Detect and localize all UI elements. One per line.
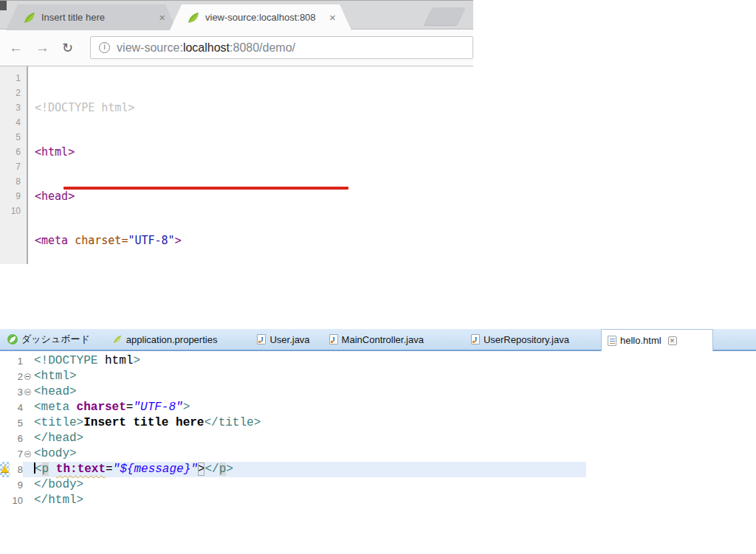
- tab-close-button[interactable]: ✕: [668, 336, 677, 345]
- editor-tab-label: ダッシュボード: [21, 333, 90, 346]
- line-number: 3: [10, 384, 23, 400]
- line-number: 8: [0, 174, 21, 189]
- editor-tab-label: MainController.java: [342, 334, 424, 345]
- line-number: 10: [10, 493, 23, 508]
- line-number: 7: [10, 446, 23, 462]
- code-line: 9 </body>: [0, 477, 756, 493]
- reload-button[interactable]: ↻: [62, 41, 73, 55]
- line-number: 4: [0, 115, 21, 130]
- code-line: 5 <title>Insert title here</title>: [0, 415, 756, 431]
- editor-tab-maincontroller-java[interactable]: J MainController.java: [323, 329, 430, 350]
- source-line-numbers: 1 2 3 4 5 6 7 8 9 10: [0, 66, 28, 264]
- code-line: 10 </html>: [0, 493, 756, 508]
- spring-dashboard-icon: [7, 334, 18, 344]
- line-number: 2: [10, 369, 23, 384]
- tab-title: view-source:localhost:808: [205, 12, 322, 23]
- thymeleaf-attribute: th:text: [56, 463, 106, 476]
- browser-window: Insert title here × view-source:localhos…: [0, 0, 473, 265]
- line-number: 1: [10, 353, 23, 369]
- url-path: :8080/demo/: [230, 41, 295, 54]
- editor-tab-dashboard[interactable]: ダッシュボード: [1, 329, 96, 350]
- editor-tab-application-properties[interactable]: application.properties: [106, 329, 224, 350]
- source-code: <!DOCTYPE html> <html> <head> <meta char…: [28, 66, 473, 264]
- view-source-area: 1 2 3 4 5 6 7 8 9 10 <!DOCTYPE html> <ht…: [0, 66, 473, 264]
- fold-toggle-icon[interactable]: [24, 451, 31, 457]
- code-line: 4 <meta charset="UTF-8">: [0, 400, 756, 415]
- line-number: 5: [10, 415, 23, 431]
- code-line: 2 <html>: [0, 369, 756, 384]
- url-text: view-source:localhost:8080/demo/: [117, 41, 295, 55]
- code-editor[interactable]: 1 <!DOCTYPE html> 2 <html> 3 <head> 4 <m…: [0, 351, 756, 554]
- fold-toggle-icon[interactable]: [24, 373, 31, 380]
- url-host: localhost: [183, 41, 230, 54]
- browser-toolbar: ← → ↻ i view-source:localhost:8080/demo/: [0, 30, 473, 66]
- java-file-icon: J: [257, 334, 266, 344]
- code-line: 7 <body>: [0, 446, 756, 462]
- line-number: 9: [10, 477, 23, 493]
- url-scheme: view-source:: [117, 41, 183, 54]
- page-info-icon[interactable]: i: [99, 42, 110, 53]
- editor-tab-label: User.java: [269, 334, 309, 345]
- line-number: 8: [10, 462, 23, 477]
- code-line: 3 <head>: [0, 384, 756, 400]
- editor-tab-userrepository-java[interactable]: J UserRepository.java: [465, 329, 575, 350]
- tab-close-button[interactable]: ×: [328, 12, 337, 23]
- line-number: 1: [0, 71, 21, 86]
- forward-button[interactable]: →: [35, 41, 49, 55]
- tab-title: Insert title here: [41, 12, 151, 23]
- source-line: <meta charset="UTF-8">: [35, 233, 473, 248]
- properties-leaf-icon: [112, 334, 123, 344]
- html-file-icon: [608, 336, 616, 346]
- line-number: 5: [0, 130, 21, 145]
- line-number: 7: [0, 159, 21, 174]
- source-line: <head>: [35, 189, 473, 204]
- code-line-current: 8 <p th:text="${message}"></p>: [0, 462, 756, 477]
- spring-leaf-favicon-icon: [24, 12, 35, 24]
- browser-tab-insert-title[interactable]: Insert title here ×: [6, 4, 177, 30]
- eclipse-editor-region: ダッシュボード application.properties J User.ja…: [0, 329, 756, 554]
- new-tab-button[interactable]: [424, 7, 466, 25]
- tab-close-button[interactable]: ×: [157, 12, 167, 23]
- editor-tab-user-java[interactable]: J User.java: [251, 329, 315, 350]
- source-line: <!DOCTYPE html>: [35, 100, 473, 115]
- java-file-icon: J: [329, 334, 338, 344]
- java-file-icon: J: [471, 334, 480, 344]
- browser-tab-strip: Insert title here × view-source:localhos…: [0, 0, 473, 30]
- code-line: 6 </head>: [0, 431, 756, 446]
- address-bar[interactable]: i view-source:localhost:8080/demo/: [90, 36, 473, 59]
- fold-toggle-icon[interactable]: [24, 389, 31, 395]
- red-underline-annotation: [63, 187, 348, 190]
- line-number: 6: [10, 431, 23, 446]
- code-line: 1 <!DOCTYPE html>: [0, 353, 756, 369]
- back-button[interactable]: ←: [9, 41, 23, 55]
- editor-tab-label: UserRepository.java: [484, 334, 569, 345]
- editor-tab-hello-html[interactable]: hello.html ✕: [601, 329, 713, 351]
- line-number: 9: [0, 189, 21, 204]
- browser-tab-view-source[interactable]: view-source:localhost:808 ×: [170, 4, 351, 30]
- line-number: 3: [0, 100, 21, 115]
- line-number: 2: [0, 86, 21, 100]
- line-number: 6: [0, 145, 21, 159]
- spring-leaf-favicon-icon: [188, 12, 199, 24]
- editor-tab-bar: ダッシュボード application.properties J User.ja…: [0, 329, 756, 351]
- source-line: <html>: [35, 145, 473, 159]
- window-corner: [0, 1, 7, 10]
- line-number: 4: [10, 400, 23, 415]
- warning-icon[interactable]: [1, 465, 9, 473]
- editor-tab-label: hello.html: [620, 335, 662, 346]
- editor-tab-label: application.properties: [126, 334, 218, 345]
- line-number: 10: [0, 204, 21, 218]
